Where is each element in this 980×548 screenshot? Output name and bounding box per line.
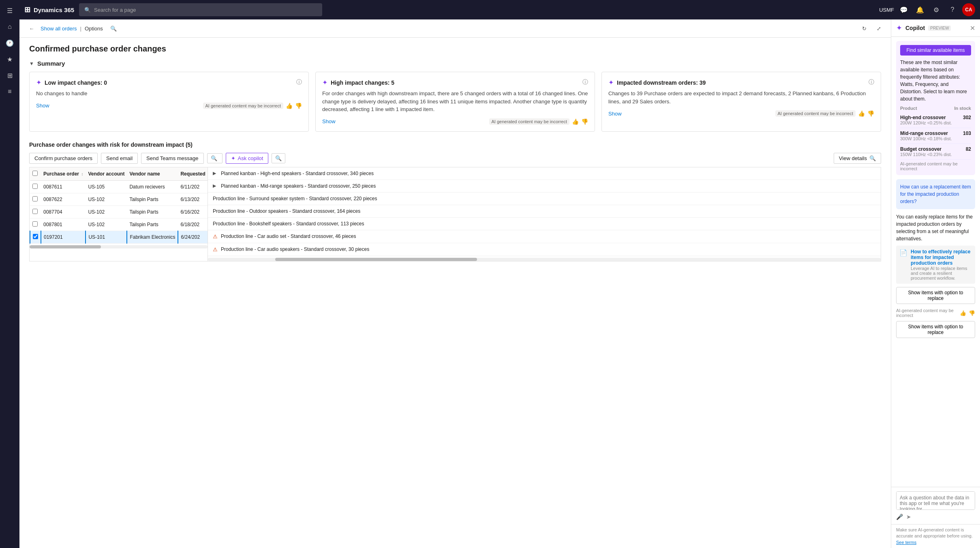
article-title[interactable]: How to effectively replace items for imp… (911, 249, 972, 266)
summary-section-header[interactable]: ▼ Summary (29, 57, 881, 67)
right-row-text: Production line - Bookshelf speakers - S… (213, 221, 364, 227)
table-row[interactable]: 0087801 US-102 Tailspin Parts 6/18/202 (30, 218, 208, 231)
disclaimer-link[interactable]: See terms (896, 540, 916, 545)
row-checkbox[interactable] (33, 234, 38, 239)
table-row[interactable]: 0087611 US-105 Datum recievers 6/11/202 (30, 180, 208, 193)
view-details-button[interactable]: View details 🔍 (834, 153, 881, 164)
article-desc: Leverage AI to replace items and create … (911, 266, 972, 280)
help-copilot-icon[interactable]: 💬 (897, 3, 910, 16)
options-link[interactable]: Options (85, 26, 103, 32)
close-icon[interactable]: ✕ (970, 24, 975, 32)
grid-icon: ⊞ (24, 5, 30, 14)
sidebar-item-home[interactable]: ⌂ (2, 19, 17, 34)
thumbup-icon-high[interactable]: 👍 (572, 118, 579, 125)
right-panel-row-3[interactable]: Production line - Surround speaker syste… (208, 193, 881, 205)
high-impact-body: For order changes with high downstream i… (322, 90, 588, 113)
thumbdown-feedback-icon[interactable]: 👎 (969, 310, 975, 316)
copilot-question[interactable]: How can use a replacement item for the i… (896, 179, 975, 209)
right-panel-row-7[interactable]: ⚠ Production line - Car audio speakers -… (208, 243, 881, 256)
show-all-orders-link[interactable]: Show all orders (41, 26, 77, 32)
low-impact-show[interactable]: Show (36, 103, 49, 109)
fullscreen-icon[interactable]: ⤢ (873, 23, 884, 34)
row-checkbox[interactable] (32, 196, 38, 201)
org-label: USMF (879, 7, 894, 13)
row-checkbox[interactable] (32, 209, 38, 214)
copilot-search[interactable]: 🔍 (272, 153, 285, 163)
expander-icon[interactable]: ▶ (213, 171, 216, 176)
downstream-show[interactable]: Show (608, 111, 622, 117)
find-similar-button[interactable]: Find similar available items (900, 45, 971, 56)
table-row[interactable]: 0087704 US-102 Tailspin Parts 6/16/202 (30, 206, 208, 218)
horizontal-scrollbar[interactable] (30, 245, 208, 248)
product-row-2[interactable]: Mid-range crossover 300W 100Hz <0.18% di… (900, 128, 971, 144)
notifications-icon[interactable]: 🔔 (914, 3, 927, 16)
copilot-article[interactable]: 📄 How to effectively replace items for i… (896, 246, 975, 284)
send-icon[interactable]: ➤ (906, 514, 911, 520)
right-panel-row-4[interactable]: Production line - Outdoor speakers - Sta… (208, 205, 881, 218)
ai-badge-high: AI generated content may be incorrect (489, 118, 570, 125)
right-panel-row-1[interactable]: ▶ Planned kanban - High-end speakers - S… (208, 167, 881, 180)
high-impact-show[interactable]: Show (322, 118, 336, 124)
cell-po: 0087622 (41, 193, 86, 206)
cell-po: 0087611 (41, 180, 86, 193)
right-horizontal-scrollbar[interactable] (208, 258, 881, 261)
right-row-text: Production line - Car audio set - Standa… (221, 233, 356, 239)
cell-vendor-name: Fabrikam Electronics (127, 231, 178, 243)
card-footer: Show AI generated content may be incorre… (36, 103, 302, 109)
thumbdown-icon-downstream[interactable]: 👎 (867, 110, 874, 117)
col-vendor-account: Vendor account (86, 167, 127, 181)
cell-vendor-acc: US-102 (86, 218, 127, 231)
sidebar-item-list[interactable]: ≡ (2, 84, 17, 99)
sort-arrow[interactable]: ↕ (81, 172, 83, 176)
expander-icon[interactable]: ▶ (213, 183, 216, 188)
product-row-1[interactable]: High-end crossover 200W 120Hz <0.25% dis… (900, 112, 971, 128)
microphone-icon[interactable]: 🎤 (896, 514, 903, 520)
right-panel-row-2[interactable]: ▶ Planned kanban - Mid-range speakers - … (208, 180, 881, 193)
thumbup-icon-downstream[interactable]: 👍 (858, 110, 865, 117)
info-icon-downstream[interactable]: ⓘ (869, 79, 874, 86)
info-icon-high[interactable]: ⓘ (582, 79, 588, 86)
sidebar-item-menu[interactable]: ☰ (2, 3, 17, 18)
search-page-icon[interactable]: 🔍 (108, 23, 119, 34)
show-items-button-2[interactable]: Show items with option to replace (896, 321, 975, 338)
sidebar-item-recent[interactable]: 🕐 (2, 36, 17, 50)
send-teams-button[interactable]: Send Teams message (141, 153, 203, 164)
copilot-input[interactable] (896, 491, 975, 510)
cell-vendor-name: Datum recievers (127, 180, 178, 193)
help-icon[interactable]: ? (946, 3, 959, 16)
settings-icon[interactable]: ⚙ (930, 3, 943, 16)
sidebar-item-pinned[interactable]: ★ (2, 52, 17, 66)
app-name: Dynamics 365 (34, 6, 74, 13)
user-avatar[interactable]: CA (962, 3, 975, 16)
checkbox-header[interactable] (30, 167, 41, 181)
thumbdown-icon-low[interactable]: 👎 (295, 103, 302, 109)
search-bar[interactable]: 🔍 Search for a page (79, 3, 322, 16)
product-spec-1: 200W 120Hz <0.25% dist. (900, 120, 952, 125)
summary-chevron-icon: ▼ (29, 61, 34, 66)
ai-badge-low: AI generated content may be incorrect (203, 103, 284, 109)
page-scroll: ▼ Summary ✦ Low impact changes: 0 ⓘ (19, 57, 891, 548)
refresh-icon[interactable]: ↻ (858, 23, 870, 34)
thumbup-icon-low[interactable]: 👍 (286, 103, 293, 109)
confirm-orders-button[interactable]: Confirm purchase orders (29, 153, 98, 164)
cell-vendor-acc: US-105 (86, 180, 127, 193)
show-items-button[interactable]: Show items with option to replace (896, 287, 975, 304)
sidebar-item-dashboard[interactable]: ⊞ (2, 68, 17, 83)
table-row-selected[interactable]: 0197201 US-101 Fabrikam Electronics 6/24… (30, 231, 208, 243)
thumbup-feedback-icon[interactable]: 👍 (960, 310, 966, 316)
copilot-find-similar-section: Find similar available items These are t… (896, 41, 975, 175)
thumbdown-icon-high[interactable]: 👎 (581, 118, 588, 125)
info-icon-low[interactable]: ⓘ (296, 79, 302, 86)
right-panel-row-6[interactable]: ⚠ Production line - Car audio set - Stan… (208, 230, 881, 243)
product-row-3[interactable]: Budget crossover 150W 110Hz <0.23% dist.… (900, 144, 971, 160)
right-panel-row-5[interactable]: Production line - Bookshelf speakers - S… (208, 218, 881, 230)
ask-copilot-button[interactable]: ✦ Ask copilot (226, 153, 269, 164)
table-row[interactable]: 0087622 US-102 Tailspin Parts 6/13/202 (30, 193, 208, 206)
row-checkbox[interactable] (32, 221, 38, 227)
split-table: Purchase order ↕ Vendor account Vendor n… (29, 167, 881, 261)
row-checkbox[interactable] (32, 184, 38, 189)
select-all-checkbox[interactable] (32, 171, 38, 176)
table-search[interactable]: 🔍 (207, 153, 223, 163)
send-email-button[interactable]: Send email (101, 153, 138, 164)
back-button[interactable]: ← (26, 23, 37, 34)
